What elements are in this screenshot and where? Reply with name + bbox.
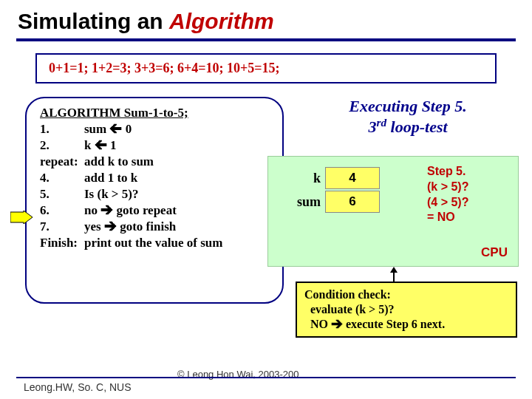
variable-table: k 4 sum 6 — [287, 167, 380, 213]
step-body: no 🡪 goto repeat — [84, 203, 177, 218]
step-num: 6. — [40, 203, 84, 218]
algo-step-4: 4. add 1 to k — [40, 171, 269, 185]
execution-heading: Executing Step 5. 3rd loop-test — [304, 97, 511, 137]
cond-line1: Condition check: — [304, 287, 508, 302]
step5-evaluation: Step 5. (k > 5)? (4 > 5)? = NO — [427, 164, 468, 225]
exec-line2: 3rd loop-test — [304, 116, 511, 137]
condition-box: Condition check: evaluate (k > 5)? NO 🡪 … — [296, 282, 517, 338]
step-num: Finish: — [40, 236, 84, 250]
right-arrow-icon: 🡪 — [331, 318, 343, 330]
var-sum-value: 6 — [325, 191, 380, 213]
slide-title: Simulating an Algorithm — [0, 0, 532, 38]
step-body: sum 🡨 0 — [84, 122, 132, 137]
footer-text: Leong.HW, So. C, NUS — [24, 381, 132, 393]
algo-step-5: 5. Is (k > 5)? — [40, 187, 269, 202]
step-num: 1. — [40, 122, 84, 137]
svg-marker-2 — [390, 267, 398, 273]
cond-line3: NO 🡪 execute Step 6 next. — [304, 317, 508, 332]
left-arrow-icon: 🡨 — [109, 122, 122, 136]
cond-line2: evaluate (k > 5)? — [304, 302, 508, 317]
exec-line1: Executing Step 5. — [304, 97, 511, 116]
svg-marker-0 — [10, 211, 33, 224]
title-highlight: Algorithm — [169, 9, 274, 33]
step-body: yes 🡪 goto finish — [84, 219, 176, 234]
step-body: add 1 to k — [84, 171, 137, 185]
algo-step-6: 6. no 🡪 goto repeat — [40, 203, 269, 218]
var-sum-label: sum — [287, 194, 321, 210]
step-body: Is (k > 5)? — [84, 187, 138, 202]
algo-step-repeat: repeat: add k to sum — [40, 154, 269, 169]
up-arrow-icon — [393, 268, 395, 283]
title-prefix: Simulating an — [18, 9, 169, 33]
content-area: ALGORITHM Sum-1-to-5; 1. sum 🡨 0 2. k 🡨 … — [16, 97, 516, 341]
algo-step-7: 7. yes 🡪 goto finish — [40, 219, 269, 234]
step-num: 2. — [40, 138, 84, 153]
cpu-label: CPU — [481, 245, 508, 260]
right-arrow-icon: 🡪 — [104, 219, 117, 233]
footer-divider — [16, 377, 516, 378]
table-row: sum 6 — [287, 191, 380, 213]
table-row: k 4 — [287, 167, 380, 189]
algo-step-1: 1. sum 🡨 0 — [40, 122, 269, 137]
sequence-box: 0+1=1; 1+2=3; 3+3=6; 6+4=10; 10+5=15; — [35, 53, 497, 83]
left-arrow-icon: 🡨 — [95, 138, 107, 152]
cpu-box: k 4 sum 6 Step 5. (k > 5)? (4 > 5)? = NO… — [267, 156, 519, 267]
algorithm-box: ALGORITHM Sum-1-to-5; 1. sum 🡨 0 2. k 🡨 … — [25, 97, 284, 304]
algo-step-finish: Finish: print out the value of sum — [40, 236, 269, 250]
step-num: repeat: — [40, 154, 84, 169]
algo-step-2: 2. k 🡨 1 — [40, 138, 269, 153]
step-num: 4. — [40, 171, 84, 185]
right-arrow-icon: 🡪 — [100, 203, 113, 217]
step-num: 7. — [40, 219, 84, 234]
step-body: k 🡨 1 — [84, 138, 116, 153]
title-divider — [16, 38, 516, 41]
step-body: add k to sum — [84, 154, 154, 169]
var-k-label: k — [287, 171, 321, 186]
var-k-value: 4 — [325, 167, 380, 189]
step-num: 5. — [40, 187, 84, 202]
algorithm-heading: ALGORITHM Sum-1-to-5; — [40, 106, 269, 120]
sequence-text: 0+1=1; 1+2=3; 3+3=6; 6+4=10; 10+5=15; — [49, 61, 280, 75]
current-step-pointer-icon — [10, 211, 33, 224]
step-body: print out the value of sum — [84, 236, 222, 250]
